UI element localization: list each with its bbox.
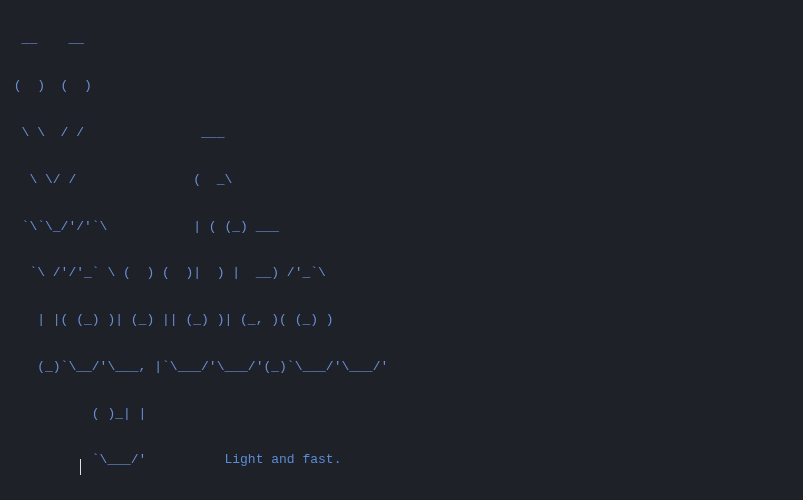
ascii-art-line: __ __	[6, 27, 797, 50]
ascii-art-line: (_)`\__/'\___, |`\___/'\___/'(_)`\___/'\…	[6, 355, 797, 378]
ascii-art-line: | |( (_) )| (_) || (_) )| (_, )( (_) )	[6, 308, 797, 331]
ascii-art-line: \ \/ / ( _\	[6, 168, 797, 191]
terminal-output: __ __ ( ) ( ) \ \ / / ___ \ \/ / ( _\ `\…	[0, 0, 803, 500]
banner-line: :: YoyoGo :: (v1.5.0.pre-release)	[6, 495, 797, 500]
ascii-art-line: \ \ / / ___	[6, 121, 797, 144]
text-cursor	[80, 459, 81, 475]
ascii-art-line: `\___/'	[6, 452, 224, 467]
ascii-tagline-line: `\___/' Light and fast.	[6, 448, 797, 471]
ascii-art-line: ( )_| |	[6, 402, 797, 425]
ascii-art-line: `\`\_/'/'`\ | ( (_) ___	[6, 215, 797, 238]
tagline: Light and fast.	[224, 452, 341, 467]
ascii-art-line: ( ) ( )	[6, 74, 797, 97]
ascii-art-line: `\ /'/'_` \ ( ) ( )| ) | __) /'_`\	[6, 261, 797, 284]
